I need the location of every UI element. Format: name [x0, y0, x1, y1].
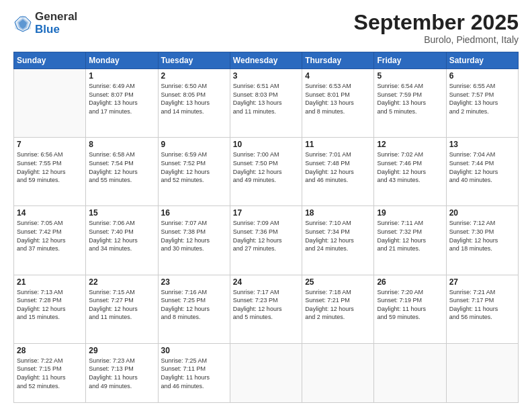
logo-blue: Blue — [35, 24, 77, 36]
day-info: Sunrise: 7:09 AM Sunset: 7:36 PM Dayligh… — [233, 219, 299, 253]
calendar-cell: 26Sunrise: 7:20 AM Sunset: 7:19 PM Dayli… — [374, 275, 446, 343]
day-info: Sunrise: 7:20 AM Sunset: 7:19 PM Dayligh… — [377, 288, 443, 322]
day-number: 11 — [305, 140, 371, 149]
col-header-wednesday: Wednesday — [230, 52, 302, 69]
calendar-cell: 14Sunrise: 7:05 AM Sunset: 7:42 PM Dayli… — [14, 206, 86, 275]
day-number: 15 — [89, 208, 154, 218]
week-row-1: 1Sunrise: 6:49 AM Sunset: 8:07 PM Daylig… — [14, 69, 519, 138]
day-info: Sunrise: 7:02 AM Sunset: 7:46 PM Dayligh… — [377, 150, 443, 184]
header: General Blue September 2025 Burolo, Pied… — [13, 11, 519, 45]
calendar-cell: 29Sunrise: 7:23 AM Sunset: 7:13 PM Dayli… — [86, 343, 158, 402]
calendar-cell — [374, 343, 446, 402]
calendar-cell: 8Sunrise: 6:58 AM Sunset: 7:54 PM Daylig… — [86, 138, 158, 206]
day-number: 4 — [305, 71, 371, 81]
day-number: 23 — [161, 277, 227, 287]
page: General Blue September 2025 Burolo, Pied… — [0, 0, 532, 411]
logo-text: General Blue — [35, 11, 77, 36]
day-info: Sunrise: 7:12 AM Sunset: 7:30 PM Dayligh… — [449, 219, 515, 253]
calendar-cell: 28Sunrise: 7:22 AM Sunset: 7:15 PM Dayli… — [14, 343, 86, 402]
day-info: Sunrise: 6:56 AM Sunset: 7:55 PM Dayligh… — [17, 150, 83, 184]
day-info: Sunrise: 7:07 AM Sunset: 7:38 PM Dayligh… — [161, 219, 227, 253]
calendar-cell: 3Sunrise: 6:51 AM Sunset: 8:03 PM Daylig… — [230, 69, 302, 138]
day-info: Sunrise: 7:18 AM Sunset: 7:21 PM Dayligh… — [305, 288, 371, 322]
calendar-cell — [446, 343, 518, 402]
day-number: 29 — [89, 346, 154, 355]
calendar-cell: 18Sunrise: 7:10 AM Sunset: 7:34 PM Dayli… — [302, 206, 374, 275]
day-number: 24 — [233, 277, 299, 287]
calendar-cell: 9Sunrise: 6:59 AM Sunset: 7:52 PM Daylig… — [158, 138, 230, 206]
day-number: 16 — [161, 208, 227, 218]
calendar-cell: 24Sunrise: 7:17 AM Sunset: 7:23 PM Dayli… — [230, 275, 302, 343]
calendar-cell — [230, 343, 302, 402]
week-row-2: 7Sunrise: 6:56 AM Sunset: 7:55 PM Daylig… — [14, 138, 519, 206]
day-number: 17 — [233, 208, 299, 218]
logo: General Blue — [13, 11, 77, 36]
calendar-cell: 20Sunrise: 7:12 AM Sunset: 7:30 PM Dayli… — [446, 206, 518, 275]
day-number: 25 — [305, 277, 371, 287]
logo-icon — [13, 14, 32, 33]
day-number: 19 — [377, 208, 443, 218]
calendar-cell: 12Sunrise: 7:02 AM Sunset: 7:46 PM Dayli… — [374, 138, 446, 206]
day-info: Sunrise: 7:16 AM Sunset: 7:25 PM Dayligh… — [161, 288, 227, 322]
calendar-table: SundayMondayTuesdayWednesdayThursdayFrid… — [13, 52, 519, 403]
day-info: Sunrise: 7:15 AM Sunset: 7:27 PM Dayligh… — [89, 288, 154, 322]
day-number: 22 — [89, 277, 154, 287]
calendar-cell: 22Sunrise: 7:15 AM Sunset: 7:27 PM Dayli… — [86, 275, 158, 343]
day-info: Sunrise: 7:13 AM Sunset: 7:28 PM Dayligh… — [17, 288, 83, 322]
day-number: 27 — [449, 277, 515, 287]
day-number: 9 — [161, 140, 227, 149]
calendar-cell: 7Sunrise: 6:56 AM Sunset: 7:55 PM Daylig… — [14, 138, 86, 206]
day-info: Sunrise: 7:06 AM Sunset: 7:40 PM Dayligh… — [89, 219, 154, 253]
calendar-cell — [302, 343, 374, 402]
day-info: Sunrise: 7:04 AM Sunset: 7:44 PM Dayligh… — [449, 150, 515, 184]
day-number: 5 — [377, 71, 443, 81]
header-row: SundayMondayTuesdayWednesdayThursdayFrid… — [14, 52, 519, 69]
calendar-cell: 15Sunrise: 7:06 AM Sunset: 7:40 PM Dayli… — [86, 206, 158, 275]
calendar-cell: 23Sunrise: 7:16 AM Sunset: 7:25 PM Dayli… — [158, 275, 230, 343]
calendar-cell: 4Sunrise: 6:53 AM Sunset: 8:01 PM Daylig… — [302, 69, 374, 138]
calendar-cell: 17Sunrise: 7:09 AM Sunset: 7:36 PM Dayli… — [230, 206, 302, 275]
day-info: Sunrise: 7:25 AM Sunset: 7:11 PM Dayligh… — [161, 357, 227, 390]
day-number: 30 — [161, 346, 227, 355]
week-row-3: 14Sunrise: 7:05 AM Sunset: 7:42 PM Dayli… — [14, 206, 519, 275]
col-header-thursday: Thursday — [302, 52, 374, 69]
day-info: Sunrise: 6:55 AM Sunset: 7:57 PM Dayligh… — [449, 82, 515, 116]
day-number: 21 — [17, 277, 83, 287]
day-info: Sunrise: 7:21 AM Sunset: 7:17 PM Dayligh… — [449, 288, 515, 322]
day-info: Sunrise: 7:17 AM Sunset: 7:23 PM Dayligh… — [233, 288, 299, 322]
calendar-cell: 10Sunrise: 7:00 AM Sunset: 7:50 PM Dayli… — [230, 138, 302, 206]
month-title: September 2025 — [354, 11, 519, 34]
day-info: Sunrise: 7:05 AM Sunset: 7:42 PM Dayligh… — [17, 219, 83, 253]
day-number: 7 — [17, 140, 83, 149]
day-number: 13 — [449, 140, 515, 149]
calendar-cell — [14, 69, 86, 138]
day-number: 26 — [377, 277, 443, 287]
calendar-cell: 11Sunrise: 7:01 AM Sunset: 7:48 PM Dayli… — [302, 138, 374, 206]
day-info: Sunrise: 7:11 AM Sunset: 7:32 PM Dayligh… — [377, 219, 443, 253]
calendar-cell: 13Sunrise: 7:04 AM Sunset: 7:44 PM Dayli… — [446, 138, 518, 206]
col-header-friday: Friday — [374, 52, 446, 69]
day-number: 3 — [233, 71, 299, 81]
day-info: Sunrise: 6:54 AM Sunset: 7:59 PM Dayligh… — [377, 82, 443, 116]
col-header-monday: Monday — [86, 52, 158, 69]
col-header-sunday: Sunday — [14, 52, 86, 69]
calendar-cell: 5Sunrise: 6:54 AM Sunset: 7:59 PM Daylig… — [374, 69, 446, 138]
day-info: Sunrise: 7:01 AM Sunset: 7:48 PM Dayligh… — [305, 150, 371, 184]
calendar-cell: 19Sunrise: 7:11 AM Sunset: 7:32 PM Dayli… — [374, 206, 446, 275]
day-info: Sunrise: 6:51 AM Sunset: 8:03 PM Dayligh… — [233, 82, 299, 116]
day-number: 14 — [17, 208, 83, 218]
week-row-4: 21Sunrise: 7:13 AM Sunset: 7:28 PM Dayli… — [14, 275, 519, 343]
calendar-cell: 2Sunrise: 6:50 AM Sunset: 8:05 PM Daylig… — [158, 69, 230, 138]
day-info: Sunrise: 6:49 AM Sunset: 8:07 PM Dayligh… — [89, 82, 154, 116]
calendar-cell: 16Sunrise: 7:07 AM Sunset: 7:38 PM Dayli… — [158, 206, 230, 275]
title-block: September 2025 Burolo, Piedmont, Italy — [354, 11, 519, 45]
calendar-cell: 25Sunrise: 7:18 AM Sunset: 7:21 PM Dayli… — [302, 275, 374, 343]
day-number: 8 — [89, 140, 154, 149]
logo-general: General — [35, 11, 77, 24]
day-info: Sunrise: 6:58 AM Sunset: 7:54 PM Dayligh… — [89, 150, 154, 184]
day-number: 28 — [17, 346, 83, 355]
day-info: Sunrise: 6:53 AM Sunset: 8:01 PM Dayligh… — [305, 82, 371, 116]
day-info: Sunrise: 7:10 AM Sunset: 7:34 PM Dayligh… — [305, 219, 371, 253]
calendar-cell: 30Sunrise: 7:25 AM Sunset: 7:11 PM Dayli… — [158, 343, 230, 402]
day-info: Sunrise: 7:22 AM Sunset: 7:15 PM Dayligh… — [17, 357, 83, 390]
